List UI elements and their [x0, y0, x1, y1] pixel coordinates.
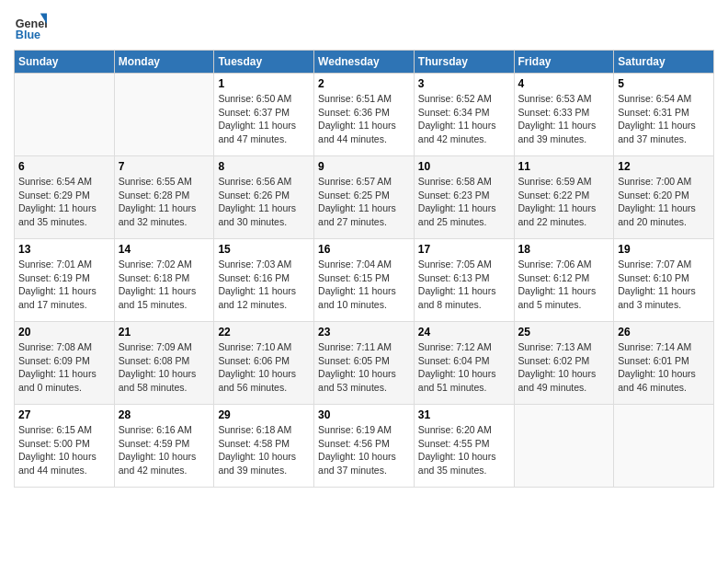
- calendar-cell: 22 Sunrise: 7:10 AMSunset: 6:06 PMDaylig…: [214, 322, 314, 405]
- logo: General Blue: [14, 9, 51, 42]
- day-header-tuesday: Tuesday: [214, 51, 314, 74]
- day-number: 7: [119, 160, 210, 173]
- day-number: 9: [318, 160, 410, 173]
- day-number: 8: [218, 160, 310, 173]
- day-info: Sunrise: 6:56 AMSunset: 6:26 PMDaylight:…: [218, 176, 296, 227]
- week-row-5: 27 Sunrise: 6:15 AMSunset: 5:00 PMDaylig…: [15, 405, 714, 488]
- day-info: Sunrise: 7:05 AMSunset: 6:13 PMDaylight:…: [418, 259, 496, 310]
- calendar-cell: 17 Sunrise: 7:05 AMSunset: 6:13 PMDaylig…: [414, 239, 514, 322]
- week-row-3: 13 Sunrise: 7:01 AMSunset: 6:19 PMDaylig…: [15, 239, 714, 322]
- day-info: Sunrise: 6:18 AMSunset: 4:58 PMDaylight:…: [218, 424, 296, 476]
- day-info: Sunrise: 7:00 AMSunset: 6:20 PMDaylight:…: [618, 176, 696, 227]
- calendar-cell: [614, 405, 714, 488]
- calendar-cell: [514, 405, 614, 488]
- day-info: Sunrise: 6:19 AMSunset: 4:56 PMDaylight:…: [318, 424, 396, 476]
- week-row-4: 20 Sunrise: 7:08 AMSunset: 6:09 PMDaylig…: [15, 322, 714, 405]
- day-number: 30: [318, 408, 410, 421]
- calendar-cell: 12 Sunrise: 7:00 AMSunset: 6:20 PMDaylig…: [614, 156, 714, 239]
- calendar-cell: 31 Sunrise: 6:20 AMSunset: 4:55 PMDaylig…: [414, 405, 514, 488]
- calendar-cell: 28 Sunrise: 6:16 AMSunset: 4:59 PMDaylig…: [114, 405, 214, 488]
- day-number: 16: [318, 243, 410, 256]
- day-header-friday: Friday: [514, 51, 614, 74]
- day-info: Sunrise: 7:12 AMSunset: 6:04 PMDaylight:…: [418, 341, 496, 393]
- day-number: 11: [518, 160, 610, 173]
- day-info: Sunrise: 6:58 AMSunset: 6:23 PMDaylight:…: [418, 176, 496, 227]
- calendar-cell: 2 Sunrise: 6:51 AMSunset: 6:36 PMDayligh…: [314, 74, 415, 156]
- calendar-cell: 27 Sunrise: 6:15 AMSunset: 5:00 PMDaylig…: [15, 405, 115, 488]
- day-number: 10: [418, 160, 510, 173]
- calendar-cell: 5 Sunrise: 6:54 AMSunset: 6:31 PMDayligh…: [614, 74, 714, 156]
- day-info: Sunrise: 6:55 AMSunset: 6:28 PMDaylight:…: [119, 176, 197, 227]
- calendar-cell: [15, 74, 115, 156]
- calendar-cell: 18 Sunrise: 7:06 AMSunset: 6:12 PMDaylig…: [514, 239, 614, 322]
- calendar-cell: 13 Sunrise: 7:01 AMSunset: 6:19 PMDaylig…: [15, 239, 115, 322]
- day-number: 22: [218, 326, 310, 339]
- day-number: 21: [119, 326, 210, 339]
- day-number: 20: [18, 326, 110, 339]
- day-info: Sunrise: 7:10 AMSunset: 6:06 PMDaylight:…: [218, 341, 296, 393]
- day-number: 15: [218, 243, 310, 256]
- calendar-cell: 6 Sunrise: 6:54 AMSunset: 6:29 PMDayligh…: [15, 156, 115, 239]
- day-number: 29: [218, 408, 310, 421]
- calendar-cell: 7 Sunrise: 6:55 AMSunset: 6:28 PMDayligh…: [114, 156, 214, 239]
- day-number: 27: [18, 408, 110, 421]
- calendar-cell: 29 Sunrise: 6:18 AMSunset: 4:58 PMDaylig…: [214, 405, 314, 488]
- day-number: 31: [418, 408, 510, 421]
- calendar-cell: 9 Sunrise: 6:57 AMSunset: 6:25 PMDayligh…: [314, 156, 415, 239]
- day-number: 28: [119, 408, 210, 421]
- day-info: Sunrise: 6:52 AMSunset: 6:34 PMDaylight:…: [418, 93, 496, 144]
- day-number: 12: [618, 160, 710, 173]
- calendar-cell: 4 Sunrise: 6:53 AMSunset: 6:33 PMDayligh…: [514, 74, 614, 156]
- day-info: Sunrise: 7:02 AMSunset: 6:18 PMDaylight:…: [119, 259, 197, 310]
- calendar-cell: 15 Sunrise: 7:03 AMSunset: 6:16 PMDaylig…: [214, 239, 314, 322]
- days-header-row: SundayMondayTuesdayWednesdayThursdayFrid…: [15, 51, 714, 74]
- day-number: 14: [119, 243, 210, 256]
- day-number: 19: [618, 243, 710, 256]
- day-number: 23: [318, 326, 410, 339]
- day-header-saturday: Saturday: [614, 51, 714, 74]
- day-number: 18: [518, 243, 610, 256]
- calendar-cell: 26 Sunrise: 7:14 AMSunset: 6:01 PMDaylig…: [614, 322, 714, 405]
- logo-icon: General Blue: [14, 9, 47, 42]
- calendar-cell: 11 Sunrise: 6:59 AMSunset: 6:22 PMDaylig…: [514, 156, 614, 239]
- day-number: 6: [18, 160, 110, 173]
- day-info: Sunrise: 6:59 AMSunset: 6:22 PMDaylight:…: [518, 176, 597, 227]
- day-info: Sunrise: 6:54 AMSunset: 6:29 PMDaylight:…: [18, 176, 97, 227]
- calendar-cell: 24 Sunrise: 7:12 AMSunset: 6:04 PMDaylig…: [414, 322, 514, 405]
- day-info: Sunrise: 7:08 AMSunset: 6:09 PMDaylight:…: [18, 341, 97, 393]
- day-info: Sunrise: 6:57 AMSunset: 6:25 PMDaylight:…: [318, 176, 396, 227]
- day-number: 2: [318, 77, 410, 90]
- calendar-cell: 14 Sunrise: 7:02 AMSunset: 6:18 PMDaylig…: [114, 239, 214, 322]
- day-header-thursday: Thursday: [414, 51, 514, 74]
- page-header: General Blue: [14, 9, 714, 42]
- day-number: 1: [218, 77, 310, 90]
- day-number: 5: [618, 77, 710, 90]
- day-info: Sunrise: 6:51 AMSunset: 6:36 PMDaylight:…: [318, 93, 396, 144]
- calendar-table: SundayMondayTuesdayWednesdayThursdayFrid…: [14, 50, 714, 488]
- day-info: Sunrise: 7:03 AMSunset: 6:16 PMDaylight:…: [218, 259, 296, 310]
- calendar-cell: [114, 74, 214, 156]
- day-header-monday: Monday: [114, 51, 214, 74]
- day-info: Sunrise: 6:54 AMSunset: 6:31 PMDaylight:…: [618, 93, 696, 144]
- day-info: Sunrise: 6:16 AMSunset: 4:59 PMDaylight:…: [119, 424, 197, 476]
- day-number: 24: [418, 326, 510, 339]
- day-number: 3: [418, 77, 510, 90]
- day-info: Sunrise: 7:01 AMSunset: 6:19 PMDaylight:…: [18, 259, 97, 310]
- day-info: Sunrise: 6:15 AMSunset: 5:00 PMDaylight:…: [18, 424, 97, 476]
- week-row-1: 1 Sunrise: 6:50 AMSunset: 6:37 PMDayligh…: [15, 74, 714, 156]
- day-number: 4: [518, 77, 610, 90]
- week-row-2: 6 Sunrise: 6:54 AMSunset: 6:29 PMDayligh…: [15, 156, 714, 239]
- calendar-cell: 8 Sunrise: 6:56 AMSunset: 6:26 PMDayligh…: [214, 156, 314, 239]
- calendar-cell: 16 Sunrise: 7:04 AMSunset: 6:15 PMDaylig…: [314, 239, 415, 322]
- day-header-sunday: Sunday: [15, 51, 115, 74]
- day-header-wednesday: Wednesday: [314, 51, 415, 74]
- day-info: Sunrise: 7:06 AMSunset: 6:12 PMDaylight:…: [518, 259, 597, 310]
- day-number: 25: [518, 326, 610, 339]
- day-info: Sunrise: 6:53 AMSunset: 6:33 PMDaylight:…: [518, 93, 597, 144]
- day-info: Sunrise: 6:50 AMSunset: 6:37 PMDaylight:…: [218, 93, 296, 144]
- day-info: Sunrise: 7:14 AMSunset: 6:01 PMDaylight:…: [618, 341, 696, 393]
- calendar-cell: 23 Sunrise: 7:11 AMSunset: 6:05 PMDaylig…: [314, 322, 415, 405]
- calendar-cell: 30 Sunrise: 6:19 AMSunset: 4:56 PMDaylig…: [314, 405, 415, 488]
- calendar-cell: 10 Sunrise: 6:58 AMSunset: 6:23 PMDaylig…: [414, 156, 514, 239]
- svg-text:Blue: Blue: [16, 29, 40, 41]
